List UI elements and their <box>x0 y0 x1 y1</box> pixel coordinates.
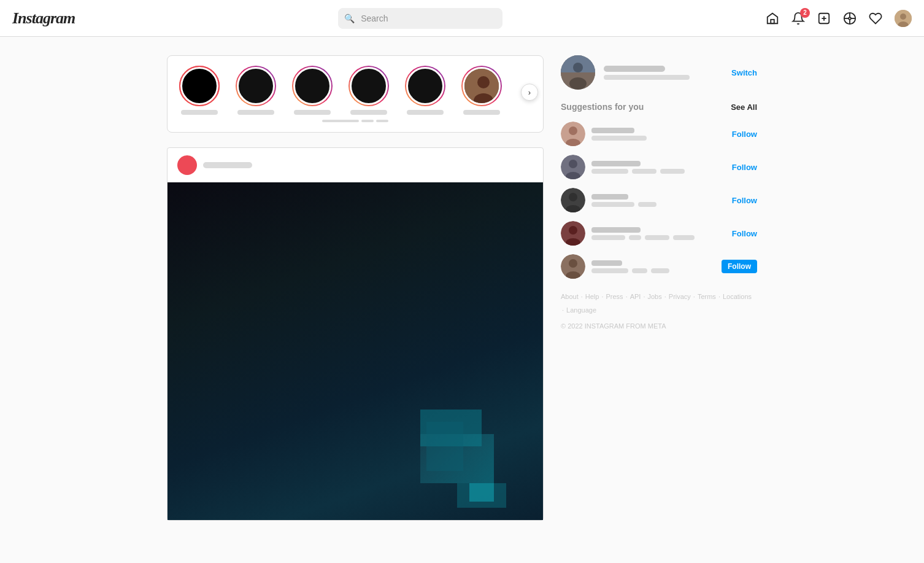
notification-badge: 2 <box>800 8 810 18</box>
profile-row: Switch <box>561 55 757 90</box>
suggestion-item: Follow <box>561 221 757 246</box>
suggestion-name <box>591 194 628 200</box>
svg-point-20 <box>569 77 587 90</box>
suggestion-name <box>591 128 634 133</box>
create-icon[interactable] <box>817 12 831 25</box>
story-username <box>463 110 500 115</box>
story-username <box>294 110 331 115</box>
profile-handle <box>604 75 690 80</box>
suggestion-avatar[interactable] <box>561 254 585 279</box>
notifications-icon[interactable]: 2 <box>791 12 805 25</box>
scroll-dot-active <box>322 120 359 122</box>
post-avatar <box>177 155 197 175</box>
suggestion-info <box>591 260 715 273</box>
footer-language[interactable]: Language <box>566 305 596 317</box>
suggestion-avatar[interactable] <box>561 221 585 246</box>
footer: About· Help· Press· API· Jobs· Privacy· … <box>561 291 757 332</box>
search-bar: 🔍 <box>338 8 502 29</box>
feed-column: › <box>167 55 544 521</box>
post-header <box>167 148 543 182</box>
main-container: › <box>0 37 924 539</box>
svg-point-34 <box>569 259 577 268</box>
footer-about[interactable]: About <box>561 291 579 303</box>
story-item[interactable] <box>231 66 280 115</box>
story-item[interactable] <box>344 66 393 115</box>
user-avatar <box>895 10 912 27</box>
footer-links: About· Help· Press· API· Jobs· Privacy· … <box>561 291 757 317</box>
footer-jobs[interactable]: Jobs <box>647 291 661 303</box>
footer-api[interactable]: API <box>630 291 641 303</box>
profile-avatar-icon[interactable] <box>895 10 912 27</box>
suggestion-name <box>591 260 622 266</box>
follow-button[interactable]: Follow <box>732 196 757 205</box>
suggestion-name <box>591 161 641 166</box>
svg-point-19 <box>573 63 583 72</box>
footer-help[interactable]: Help <box>585 291 599 303</box>
post-container <box>167 147 544 521</box>
suggestion-info <box>591 194 726 207</box>
suggestion-avatar[interactable] <box>561 122 585 146</box>
header: Instagram 🔍 2 <box>0 0 924 37</box>
search-icon: 🔍 <box>344 14 355 23</box>
footer-press[interactable]: Press <box>606 291 623 303</box>
svg-point-11 <box>900 14 906 20</box>
stories-container: › <box>167 55 544 133</box>
heart-icon[interactable] <box>869 12 882 25</box>
svg-point-14 <box>477 76 490 88</box>
suggestion-item: Follow <box>561 155 757 179</box>
stories-scroll <box>175 120 536 122</box>
profile-info <box>604 66 723 80</box>
post-username <box>203 162 252 168</box>
copyright: © 2022 INSTAGRAM FROM META <box>561 320 757 333</box>
story-username <box>407 110 444 115</box>
explore-icon[interactable] <box>843 12 857 25</box>
sidebar: Switch Suggestions for you See All Follo… <box>561 55 757 521</box>
suggestions-title: Suggestions for you <box>561 102 644 112</box>
switch-button[interactable]: Switch <box>731 68 757 77</box>
profile-name <box>604 66 665 72</box>
logo: Instagram <box>12 9 75 28</box>
nav-icons: 2 <box>766 10 912 27</box>
scroll-dot <box>376 120 388 122</box>
home-icon[interactable] <box>766 12 779 25</box>
story-username <box>181 110 218 115</box>
search-input[interactable] <box>338 8 502 29</box>
suggestion-info <box>591 128 726 141</box>
follow-button[interactable]: Follow <box>732 229 757 238</box>
see-all-button[interactable]: See All <box>731 103 757 112</box>
story-username <box>350 110 387 115</box>
footer-privacy[interactable]: Privacy <box>669 291 691 303</box>
story-item[interactable] <box>288 66 337 115</box>
follow-button[interactable]: Follow <box>732 163 757 172</box>
footer-locations[interactable]: Locations <box>723 291 752 303</box>
svg-point-25 <box>569 160 577 168</box>
stories-next-button[interactable]: › <box>521 83 538 101</box>
suggestion-sub <box>591 136 647 141</box>
story-username <box>237 110 274 115</box>
footer-terms[interactable]: Terms <box>698 291 716 303</box>
suggestion-item: Follow <box>561 254 757 279</box>
story-item[interactable] <box>457 66 506 115</box>
svg-point-28 <box>569 193 577 201</box>
svg-point-5 <box>849 17 851 20</box>
suggestions-header: Suggestions for you See All <box>561 102 757 112</box>
scroll-dot <box>361 120 374 122</box>
stories-list <box>175 66 536 115</box>
suggestion-item: Follow <box>561 188 757 212</box>
suggestion-info <box>591 227 726 240</box>
svg-rect-0 <box>771 19 774 23</box>
svg-point-31 <box>569 226 577 235</box>
svg-point-22 <box>569 126 577 135</box>
suggestion-info <box>591 161 726 174</box>
profile-avatar[interactable] <box>561 55 595 90</box>
follow-button[interactable]: Follow <box>732 130 757 139</box>
suggestion-name <box>591 227 641 233</box>
story-item[interactable] <box>401 66 450 115</box>
story-item[interactable] <box>175 66 224 115</box>
suggestion-avatar[interactable] <box>561 188 585 212</box>
post-image <box>167 182 543 520</box>
suggestion-avatar[interactable] <box>561 155 585 179</box>
follow-back-button[interactable]: Follow <box>722 260 757 273</box>
suggestion-item: Follow <box>561 122 757 146</box>
